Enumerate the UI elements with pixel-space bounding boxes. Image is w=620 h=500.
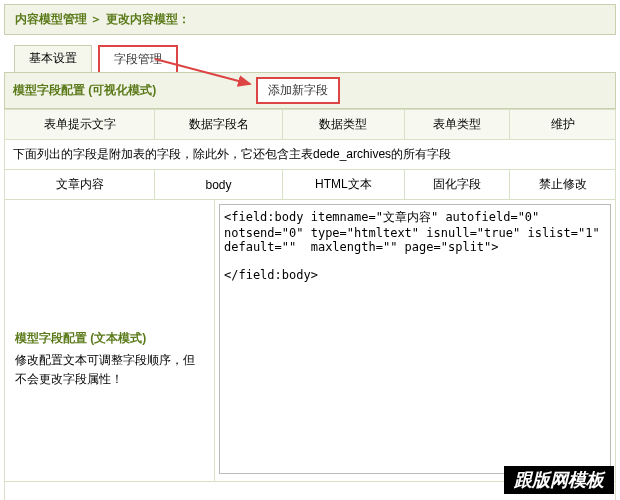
col-datatype: 数据类型: [282, 110, 404, 140]
tab-bar: 基本设置 字段管理: [4, 45, 616, 72]
col-fieldname: 数据字段名: [155, 110, 283, 140]
add-field-button[interactable]: 添加新字段: [256, 77, 340, 104]
field-config-textarea[interactable]: [219, 204, 611, 474]
cell-maintain: 禁止修改: [510, 170, 616, 200]
section-text-desc: 修改配置文本可调整字段顺序，但不会更改字段属性！: [15, 351, 204, 389]
breadcrumb: 内容模型管理 ＞ 更改内容模型：: [4, 4, 616, 35]
text-mode-info: 模型字段配置 (文本模式) 修改配置文本可调整字段顺序，但不会更改字段属性！: [5, 200, 215, 481]
tab-basic[interactable]: 基本设置: [14, 45, 92, 72]
watermark: 跟版网模板: [504, 466, 614, 494]
section-visual-header: 模型字段配置 (可视化模式) 添加新字段: [4, 72, 616, 109]
cell-prompt: 文章内容: [5, 170, 155, 200]
section-visual-title: 模型字段配置 (可视化模式): [13, 82, 156, 99]
table-note: 下面列出的字段是附加表的字段，除此外，它还包含主表dede_archives的所…: [5, 140, 616, 170]
cell-formtype: 固化字段: [404, 170, 510, 200]
col-maintain: 维护: [510, 110, 616, 140]
col-prompt: 表单提示文字: [5, 110, 155, 140]
fields-table: 表单提示文字 数据字段名 数据类型 表单类型 维护 下面列出的字段是附加表的字段…: [4, 109, 616, 200]
table-row: 文章内容 body HTML文本 固化字段 禁止修改: [5, 170, 616, 200]
cell-fieldname: body: [155, 170, 283, 200]
tab-fields[interactable]: 字段管理: [98, 45, 178, 72]
cell-datatype: HTML文本: [282, 170, 404, 200]
col-formtype: 表单类型: [404, 110, 510, 140]
section-text-title: 模型字段配置 (文本模式): [15, 330, 204, 347]
